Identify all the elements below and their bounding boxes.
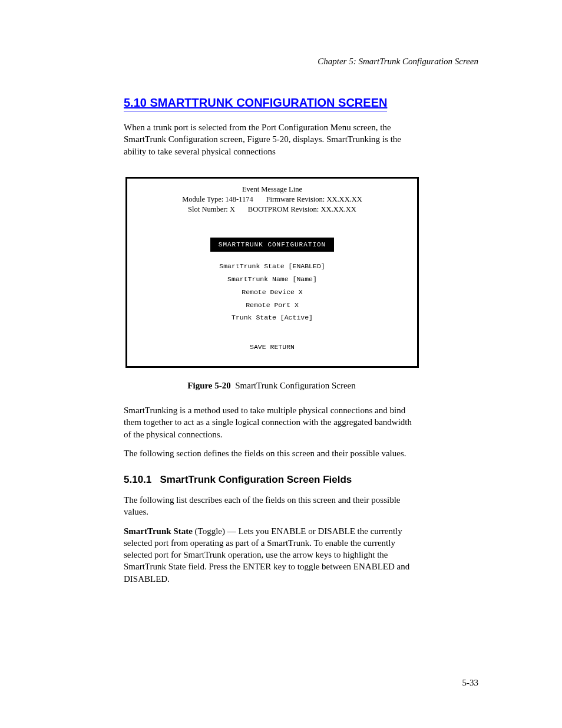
post-figure-p1: SmartTrunking is a method used to take m… bbox=[124, 404, 421, 440]
section-heading-link[interactable]: 5.10 SMARTTRUNK CONFIGURATION SCREEN bbox=[124, 96, 387, 111]
figure-panel-title-bar: SMARTTRUNK CONFIGURATION bbox=[210, 238, 334, 252]
subsection-heading: 5.10.1 SmartTrunk Configuration Screen F… bbox=[124, 474, 352, 486]
state-field-label: SmartTrunk State bbox=[124, 526, 193, 536]
subsection-title: SmartTrunk Configuration Screen Fields bbox=[160, 474, 352, 485]
figure-row-remote-port: Remote Port X bbox=[127, 299, 417, 312]
figure-caption: Figure 5-20 SmartTrunk Configuration Scr… bbox=[124, 381, 419, 391]
state-field-para: SmartTrunk State (Toggle) — Lets you ENA… bbox=[124, 525, 421, 585]
subsection-body: The following list describes each of the… bbox=[124, 494, 421, 592]
page-number: 5-33 bbox=[462, 678, 479, 688]
figure-event-line: Event Message Line bbox=[127, 185, 417, 195]
figure-fields-block: SmartTrunk State [ENABLED] SmartTrunk Na… bbox=[127, 260, 417, 324]
post-figure-p2: The following section defines the fields… bbox=[124, 447, 421, 459]
figure-slot-line: Slot Number: X BOOTPROM Revision: XX.XX.… bbox=[127, 205, 417, 215]
figure-row-remote-device: Remote Device X bbox=[127, 286, 417, 299]
running-header-right: Chapter 5: SmartTrunk Configuration Scre… bbox=[318, 57, 478, 67]
subsection-intro: The following list describes each of the… bbox=[124, 494, 421, 518]
figure-caption-label: Figure 5-20 bbox=[187, 381, 230, 390]
figure-module-line: Module Type: 148-1174 Firmware Revision:… bbox=[127, 195, 417, 205]
intro-paragraph: When a trunk port is selected from the P… bbox=[124, 121, 419, 157]
figure-actions: SAVE RETURN bbox=[127, 343, 417, 351]
subsection-number: 5.10.1 bbox=[124, 474, 151, 485]
figure-screenshot-box: Event Message Line Module Type: 148-1174… bbox=[125, 177, 419, 368]
figure-row-trunk-state: Trunk State [Active] bbox=[127, 311, 417, 324]
state-field-meta: (Toggle) bbox=[195, 526, 225, 536]
figure-row-state: SmartTrunk State [ENABLED] bbox=[127, 260, 417, 273]
figure-header-block: Event Message Line Module Type: 148-1174… bbox=[127, 185, 417, 215]
page: Chapter 5: SmartTrunk Configuration Scre… bbox=[0, 0, 562, 728]
figure-caption-text: SmartTrunk Configuration Screen bbox=[235, 381, 355, 390]
post-figure-text: SmartTrunking is a method used to take m… bbox=[124, 404, 421, 466]
figure-row-name: SmartTrunk Name [Name] bbox=[127, 273, 417, 286]
